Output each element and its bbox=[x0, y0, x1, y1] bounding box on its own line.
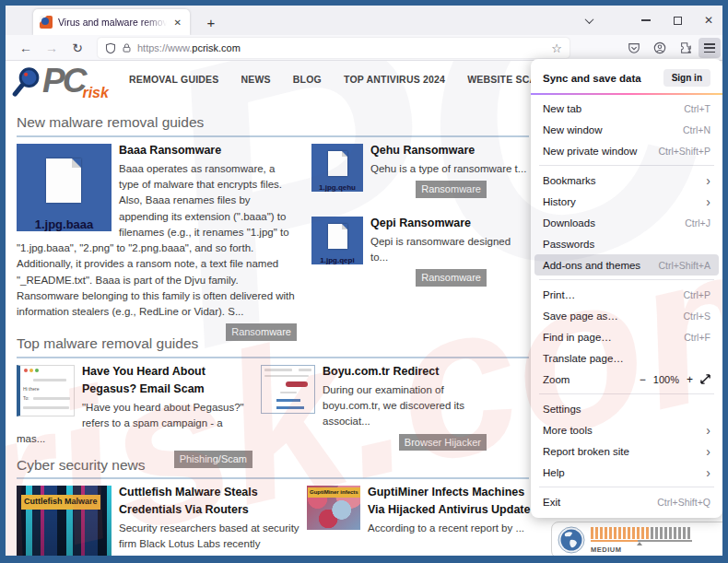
menu-item-save-page-as[interactable]: Save page as…Ctrl+S bbox=[531, 305, 722, 326]
menu-item-new-window[interactable]: New windowCtrl+N bbox=[531, 119, 722, 140]
article-thumbnail[interactable]: Hi there To: bbox=[17, 365, 75, 416]
sign-in-button[interactable]: Sign in bbox=[663, 69, 710, 87]
threat-bar bbox=[674, 527, 676, 539]
tab-title: Virus and malware removal inst bbox=[58, 17, 167, 28]
threat-bar bbox=[687, 527, 690, 539]
threat-bar bbox=[609, 527, 612, 539]
fullscreen-icon[interactable] bbox=[700, 374, 710, 384]
address-bar[interactable]: https://www.pcrisk.com ☆ bbox=[98, 38, 569, 58]
menu-item-zoom: Zoom − 100% + bbox=[531, 369, 722, 390]
article-thumbnail[interactable]: 1.jpg.baaa bbox=[17, 144, 112, 231]
category-badge[interactable]: Ransomware bbox=[416, 269, 487, 287]
menu-item-settings[interactable]: Settings bbox=[531, 398, 722, 419]
url-text[interactable]: https://www.pcrisk.com bbox=[137, 42, 546, 53]
thumbnail-label: Cuttlefish Malware bbox=[21, 495, 100, 510]
menu-item-report-broken-site[interactable]: Report broken site› bbox=[531, 440, 722, 462]
threat-bar bbox=[600, 527, 603, 539]
thumbnail-caption: 1.jpg.qehu bbox=[311, 182, 363, 192]
article-cuttlefish: Cuttlefish Malware Cuttlefish Malware St… bbox=[17, 484, 300, 556]
chevron-down-icon bbox=[584, 15, 593, 24]
article-thumbnail[interactable]: Cuttlefish Malware bbox=[17, 486, 112, 556]
extensions-button[interactable] bbox=[675, 38, 697, 58]
threat-bar bbox=[632, 527, 635, 539]
menu-item-print[interactable]: Print…Ctrl+P bbox=[531, 284, 722, 305]
menu-item-bookmarks[interactable]: Bookmarks› bbox=[531, 170, 722, 191]
threat-meter-bars bbox=[591, 526, 692, 539]
pocket-button[interactable] bbox=[623, 38, 645, 58]
tab-list-button[interactable] bbox=[582, 6, 595, 35]
menu-item-new-tab[interactable]: New tabCtrl+T bbox=[531, 98, 722, 119]
menu-item-history[interactable]: History› bbox=[531, 191, 722, 212]
menu-item-label: New window bbox=[543, 124, 603, 135]
reload-button[interactable]: ↻ bbox=[66, 38, 88, 58]
menu-item-downloads[interactable]: DownloadsCtrl+J bbox=[531, 212, 722, 233]
threat-meter: MEDIUM bbox=[591, 526, 692, 554]
nav-blog[interactable]: BLOG bbox=[293, 74, 322, 85]
menu-item-addons-and-themes[interactable]: Add-ons and themesCtrl+Shift+A bbox=[534, 254, 719, 276]
threat-bar bbox=[651, 527, 653, 539]
threat-level-label: MEDIUM bbox=[591, 545, 692, 554]
article-thumbnail[interactable] bbox=[261, 365, 315, 414]
category-badge[interactable]: Ransomware bbox=[416, 181, 487, 198]
threat-bar bbox=[628, 527, 630, 539]
menu-item-shortcut: Ctrl+S bbox=[684, 311, 710, 322]
thumb-greeting: Hi there bbox=[23, 386, 40, 393]
menu-item-more-tools[interactable]: More tools› bbox=[531, 419, 722, 440]
nav-top-antivirus[interactable]: TOP ANTIVIRUS 2024 bbox=[344, 74, 445, 85]
lock-icon[interactable] bbox=[122, 42, 132, 53]
virus-activity-widget: MEDIUM bbox=[551, 522, 722, 556]
nav-news[interactable]: NEWS bbox=[241, 74, 271, 85]
app-menu-button[interactable] bbox=[699, 38, 721, 58]
menu-item-shortcut: Ctrl+P bbox=[684, 289, 710, 300]
menu-item-exit[interactable]: ExitCtrl+Shift+Q bbox=[531, 491, 722, 512]
menu-item-label: Print… bbox=[543, 289, 575, 300]
section-title-top-guides: Top malware removal guides bbox=[17, 335, 198, 352]
category-badge[interactable]: Browser Hijacker bbox=[399, 434, 487, 452]
article-thumbnail[interactable]: GuptiMiner infects bbox=[307, 486, 360, 530]
screenshot-root: Virus and malware removal inst ✕ + ✕ ← →… bbox=[0, 0, 728, 563]
threat-bar bbox=[595, 527, 598, 539]
menu-label-sync: Sync and save data bbox=[543, 73, 641, 84]
menu-item-sync[interactable]: Sync and save data Sign in bbox=[531, 65, 722, 91]
article-thumbnail[interactable]: 1.jpg.qehu bbox=[311, 144, 363, 192]
browser-tab[interactable]: Virus and malware removal inst ✕ bbox=[33, 9, 190, 35]
menu-item-label: Save page as… bbox=[543, 311, 618, 322]
menu-item-translate-page[interactable]: Translate page… bbox=[531, 347, 722, 369]
menu-divider bbox=[539, 279, 714, 280]
menu-item-passwords[interactable]: Passwords bbox=[531, 233, 722, 254]
menu-item-new-private-window[interactable]: New private windowCtrl+Shift+P bbox=[531, 140, 722, 161]
nav-removal-guides[interactable]: REMOVAL GUIDES bbox=[129, 74, 219, 85]
account-button[interactable] bbox=[649, 38, 671, 58]
pcrisk-logo[interactable]: PC risk bbox=[11, 65, 109, 103]
chevron-right-icon: › bbox=[706, 468, 710, 477]
forward-button[interactable]: → bbox=[41, 38, 63, 58]
new-tab-button[interactable]: + bbox=[201, 13, 221, 33]
category-badge[interactable]: Phishing/Scam bbox=[174, 451, 252, 468]
magnifier-logo-icon bbox=[11, 65, 42, 103]
menu-item-label: Settings bbox=[543, 404, 581, 415]
maximize-button[interactable] bbox=[671, 6, 684, 35]
minimize-button[interactable] bbox=[640, 6, 652, 35]
window-close-button[interactable]: ✕ bbox=[702, 6, 715, 35]
menu-item-find-in-page[interactable]: Find in page…Ctrl+F bbox=[531, 326, 722, 347]
tab-close-icon[interactable]: ✕ bbox=[172, 18, 183, 28]
article-boyu: Boyu.com.tr Redirect During our examinat… bbox=[261, 363, 487, 451]
back-button[interactable]: ← bbox=[15, 38, 37, 58]
menu-item-label: Zoom bbox=[543, 374, 569, 385]
menu-item-label: Add-ons and themes bbox=[543, 260, 640, 271]
chevron-right-icon: › bbox=[706, 447, 710, 456]
threat-bar bbox=[669, 527, 672, 539]
tracking-shield-icon[interactable] bbox=[105, 42, 116, 54]
chevron-right-icon: › bbox=[706, 176, 710, 185]
puzzle-piece-icon bbox=[679, 41, 692, 54]
zoom-out-button[interactable]: − bbox=[640, 374, 646, 385]
category-badge[interactable]: Ransomware bbox=[226, 323, 297, 341]
bookmark-star-icon[interactable]: ☆ bbox=[551, 41, 562, 55]
threat-bar bbox=[660, 527, 663, 539]
zoom-in-button[interactable]: + bbox=[687, 374, 693, 385]
zoom-level-value[interactable]: 100% bbox=[653, 374, 679, 385]
threat-bar bbox=[646, 527, 649, 539]
url-domain: pcrisk.com bbox=[192, 42, 241, 53]
menu-item-help[interactable]: Help› bbox=[531, 462, 722, 483]
article-thumbnail[interactable]: 1.jpg.qepi bbox=[311, 217, 363, 264]
